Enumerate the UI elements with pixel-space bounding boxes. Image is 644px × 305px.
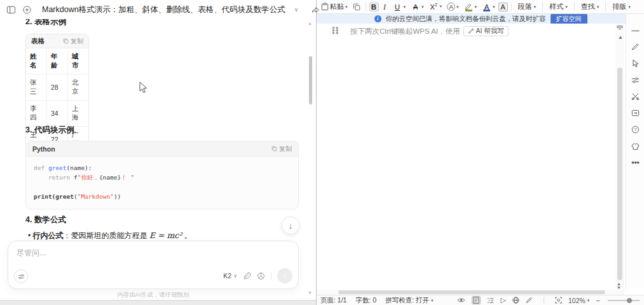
ai-chip-label: AI 帮我写 — [476, 27, 504, 36]
spell-check[interactable]: 拼写检查: 打开 ▾ — [385, 296, 433, 305]
vertical-scrollbar-thumb[interactable] — [617, 67, 622, 280]
underline-glyph: U — [393, 3, 402, 11]
table-row: 张三28北京 — [26, 74, 88, 101]
scroll-to-bottom-button[interactable]: ↓ — [282, 216, 299, 234]
chevron-down-icon: ▾ — [431, 298, 434, 303]
doc-convert-icon[interactable] — [631, 108, 640, 118]
clipboard-paste-icon — [321, 3, 329, 11]
menu-layout[interactable]: 排版▾ — [609, 1, 634, 12]
new-chat-icon[interactable] — [22, 4, 32, 15]
table-header-cell: 城市 — [68, 48, 88, 74]
zoom-level[interactable]: 102% ▾ — [568, 297, 589, 304]
page-view-icon[interactable] — [472, 296, 481, 304]
drag-handle-icon[interactable]: ●●●●●● — [332, 27, 338, 34]
table-cell: 北京 — [68, 74, 88, 101]
outline-view-icon[interactable] — [487, 297, 494, 304]
zoom-slider[interactable] — [608, 300, 640, 301]
paperclip-icon[interactable] — [243, 272, 251, 280]
chevron-down-icon: ▾ — [628, 4, 631, 10]
theme-skin-icon[interactable] — [631, 141, 640, 151]
math-bullet-label: 行内公式 — [33, 231, 64, 240]
share-icon[interactable] — [311, 4, 320, 15]
tune-icon[interactable] — [14, 269, 28, 283]
wps-status-bar: 页面: 1/1 字数: 0 拼写检查: 打开 ▾ ▷ — [317, 295, 644, 305]
ruler-toggle-icon[interactable] — [617, 25, 623, 31]
paste-label: 粘贴 — [330, 2, 344, 11]
italic-button[interactable]: I — [380, 3, 390, 11]
play-icon[interactable]: ▷ — [500, 296, 505, 304]
help-icon[interactable]: ? — [631, 125, 640, 134]
highlight-button[interactable]: ▾ — [462, 2, 479, 11]
chat-scroll-up-arrow[interactable]: ▲ — [308, 21, 312, 25]
table-row: 李四34上海 — [26, 101, 88, 127]
ai-write-chip[interactable]: AI 帮我写 — [463, 26, 509, 36]
page-prev-next-buttons[interactable]: ▲▼ — [617, 282, 621, 290]
menu-styles[interactable]: 样式▾ — [546, 1, 571, 12]
scroll-up-icon[interactable]: ▲ — [618, 34, 623, 40]
divider — [544, 297, 544, 304]
chevron-down-icon: ▾ — [587, 298, 590, 303]
edit-pen-icon[interactable] — [631, 42, 640, 52]
char-effect-glyph: A — [447, 3, 455, 11]
chevron-down-icon[interactable]: ∨ — [294, 6, 299, 13]
copy-icon — [63, 38, 69, 44]
table-header-cell: 年龄 — [46, 48, 67, 74]
tune-sliders-icon[interactable] — [631, 75, 640, 85]
table-cell: 李四 — [26, 101, 46, 127]
bold-button[interactable]: B — [369, 3, 379, 11]
copy-button[interactable] — [351, 3, 362, 11]
menu-paragraph[interactable]: 段落▾ — [515, 1, 540, 12]
globe-icon[interactable] — [257, 272, 265, 280]
chat-input-box[interactable]: 尽管问... K2 ∨ ↑ — [8, 241, 299, 289]
menu-find[interactable]: 查找▾ — [578, 1, 603, 12]
document-canvas[interactable]: ●●●●●● 按下两次Ctrl键唤起WPS AI，使用 AI 帮我写 — [317, 24, 615, 290]
math-bullet-line: • 行内公式：爱因斯坦的质能方程是 E = mc² 。 — [28, 231, 192, 241]
send-button[interactable]: ↑ — [277, 268, 292, 283]
char-effect-button[interactable]: A▾ — [445, 2, 461, 11]
superscript-button[interactable]: X2▾ — [427, 2, 444, 11]
horizontal-scrollbar-thumb[interactable] — [338, 290, 605, 294]
zoom-slider-handle[interactable] — [627, 298, 632, 303]
chat-scroll-down-arrow[interactable]: ▼ — [308, 290, 312, 295]
chevron-down-icon: ▾ — [404, 4, 406, 10]
bottom-strip — [0, 300, 316, 305]
eye-icon[interactable] — [457, 297, 465, 303]
ai-pen-sparkle-icon — [468, 28, 474, 34]
info-icon: i — [374, 15, 381, 22]
paste-button[interactable]: 粘贴 ▾ — [319, 1, 350, 12]
chat-scrollbar-thumb[interactable] — [309, 56, 312, 104]
page-indicator[interactable]: 页面: 1/1 — [320, 296, 346, 305]
code-copy-button[interactable]: 复制 — [271, 145, 292, 153]
collapse-minus-icon[interactable]: — — [631, 25, 640, 35]
divider — [605, 2, 606, 11]
ocr-viewfinder-icon[interactable] — [555, 297, 562, 304]
chat-input-placeholder: 尽管问... — [17, 248, 46, 259]
chat-header: Markdown格式演示：加粗、斜体、删除线、表格、代码块及数学公式 ∨ — [0, 0, 316, 19]
expand-storage-button[interactable]: 扩容空间 — [551, 14, 587, 24]
font-color-button[interactable]: A ▾ — [480, 3, 497, 11]
table-copy-button[interactable]: 复制 — [63, 37, 83, 46]
word-count[interactable]: 字数: 0 — [355, 296, 376, 305]
code-card-header: Python 复制 — [26, 141, 298, 157]
char-border-button[interactable]: A — [498, 3, 508, 11]
underline-button[interactable]: U▾ — [391, 3, 408, 11]
web-view-icon[interactable] — [512, 297, 519, 304]
panel-toggle-icon[interactable] — [6, 4, 16, 15]
notice-text: 你的云空间已满，将影响文档备份到云盘，请及时扩容 — [386, 15, 546, 24]
zoom-out-button[interactable]: − — [596, 297, 599, 304]
pen-icon[interactable] — [526, 297, 533, 304]
select-cursor-icon[interactable] — [631, 59, 640, 68]
chevron-down-icon: ▾ — [475, 4, 477, 10]
copy-label: 复制 — [71, 37, 83, 46]
more-dots-icon[interactable]: ••• — [631, 158, 640, 167]
code-block-card: Python 复制 def greet(name): return f"你好，{… — [25, 141, 299, 209]
table-cell: 张三 — [26, 74, 46, 101]
font-color-glyph: A — [482, 3, 491, 11]
ai-hint-text: 按下两次Ctrl键唤起WPS AI，使用 — [350, 27, 460, 36]
divider — [574, 2, 575, 11]
chat-title[interactable]: Markdown格式演示：加粗、斜体、删除线、表格、代码块及数学公式 — [42, 4, 285, 15]
model-selector[interactable]: K2 ∨ — [223, 272, 237, 280]
tools-icon[interactable] — [631, 92, 640, 101]
strikethrough-button[interactable]: A▾ — [409, 3, 426, 11]
table-tab[interactable]: 表格 — [31, 37, 45, 46]
